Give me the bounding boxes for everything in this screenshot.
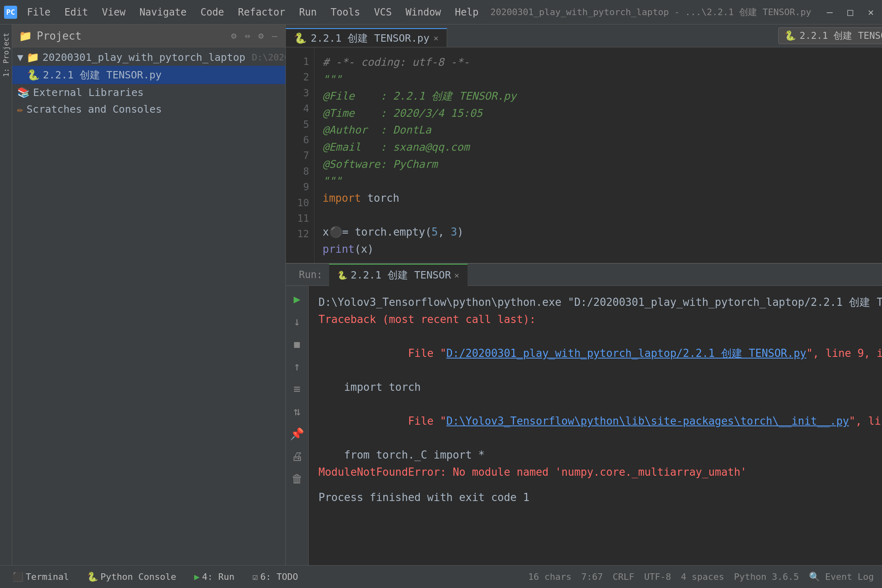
project-title: Project — [37, 30, 225, 42]
project-tab-label[interactable]: 1: Project — [0, 29, 12, 81]
menu-refactor[interactable]: Refactor — [232, 5, 292, 20]
run-file1-post: ", line 9, in <module> — [806, 347, 882, 359]
root-folder-path: D:\20200301... — [252, 52, 285, 62]
menu-vcs[interactable]: VCS — [368, 5, 398, 20]
editor-tab-active[interactable]: 🐍 2.2.1 创建 TENSOR.py ✕ — [286, 28, 447, 47]
run-status-button[interactable]: ▶ 4: Run — [190, 570, 238, 584]
maximize-button[interactable]: □ — [843, 5, 857, 20]
run-pin-button[interactable]: 📌 — [287, 425, 307, 443]
toolbar-right: 🐍 2.2.1 创建 TENSOR ▾ ▶ 🐛 🔧 ⏮ 🔍 — [772, 24, 882, 47]
run-tab-bar: Run: 🐍 2.2.1 创建 TENSOR ✕ ⚙ ― — [286, 264, 882, 286]
tab-close-button[interactable]: ✕ — [434, 33, 439, 43]
run-file1-pre: File " — [395, 347, 446, 359]
menu-navigate[interactable]: Navigate — [133, 5, 193, 20]
code-line-8: """ — [323, 173, 882, 190]
search-icon: 🔍 — [809, 572, 820, 582]
event-log-button[interactable]: 🔍 Event Log — [809, 572, 874, 582]
menu-edit[interactable]: Edit — [58, 5, 95, 20]
terminal-label: Terminal — [26, 572, 69, 582]
run-scroll-down-button[interactable]: ↓ — [291, 312, 303, 331]
window-controls: — □ ✕ — [823, 5, 878, 20]
run-panel: Run: 🐍 2.2.1 创建 TENSOR ✕ ⚙ ― ▶ ↓ ◼ ↑ ≡ ⇅… — [286, 263, 882, 565]
code-line-2: """ — [323, 71, 882, 88]
run-content-area: ▶ ↓ ◼ ↑ ≡ ⇅ 📌 🖨 🗑 D:\Yolov3_Tensorflow\p… — [286, 286, 882, 565]
status-bar: ⬛ Terminal 🐍 Python Console ▶ 4: Run ☑ 6… — [0, 565, 882, 588]
run-cmd-line: D:\Yolov3_Tensorflow\python\python.exe "… — [318, 294, 882, 311]
run-config-dropdown[interactable]: 🐍 2.2.1 创建 TENSOR ▾ — [778, 27, 882, 44]
project-header: 📁 Project ⚙ ⇔ ⚙ ― — [12, 24, 285, 47]
project-root-item[interactable]: ▼ 📁 20200301_play_with_pytorch_laptop D:… — [12, 49, 285, 66]
project-expand-icon[interactable]: ⇔ — [243, 29, 252, 42]
event-log-label: Event Log — [825, 572, 874, 582]
python-version: Python 3.6.5 — [734, 572, 799, 582]
app-icon: PC — [4, 6, 17, 19]
close-button[interactable]: ✕ — [864, 5, 878, 20]
project-settings-icon[interactable]: ⚙ — [257, 29, 265, 42]
scratch-icon: ✏ — [17, 103, 23, 115]
run-error-line: ModuleNotFoundError: No module named 'nu… — [318, 464, 882, 481]
run-scroll-up-button[interactable]: ↑ — [291, 357, 303, 376]
run-label: Run: — [292, 269, 329, 281]
run-trash-button[interactable]: 🗑 — [289, 470, 305, 488]
cursor-position[interactable]: 7:67 — [581, 572, 603, 582]
active-file-item[interactable]: 🐍 2.2.1 创建 TENSOR.py — [12, 66, 285, 84]
run-file2-post: ", line 79, in <module> — [849, 415, 882, 427]
code-line-9: import torch — [323, 190, 882, 207]
external-libraries-item[interactable]: 📚 External Libraries — [12, 84, 285, 101]
run-status-icon: ▶ — [194, 572, 199, 582]
run-tab-icon: 🐍 — [337, 270, 347, 280]
run-exit-line: Process finished with exit code 1 — [318, 489, 882, 506]
terminal-button[interactable]: ⬛ Terminal — [8, 570, 73, 584]
run-output: D:\Yolov3_Tensorflow\python\python.exe "… — [309, 286, 882, 565]
minimize-button[interactable]: — — [823, 5, 837, 20]
run-soft-wrap-button[interactable]: ≡ — [291, 380, 303, 398]
editor-area: 🐍 2.2.1 创建 TENSOR.py ✕ 🐍 2.2.1 创建 TENSOR… — [286, 24, 882, 565]
run-print-button[interactable]: 🖨 — [289, 447, 305, 466]
code-line-10 — [323, 207, 882, 224]
menu-run[interactable]: Run — [292, 5, 323, 20]
menu-tools[interactable]: Tools — [324, 5, 367, 20]
run-tab-active[interactable]: 🐍 2.2.1 创建 TENSOR ✕ — [329, 264, 468, 286]
run-sort-button[interactable]: ⇅ — [291, 402, 303, 421]
code-line-1: # -*- coding: utf-8 -*- — [323, 54, 882, 71]
code-line-11: x⚫= torch.empty(5, 3) — [323, 224, 882, 241]
run-tab-label: 2.2.1 创建 TENSOR — [351, 268, 451, 282]
run-stop-button[interactable]: ◼ — [291, 335, 303, 353]
code-content[interactable]: # -*- coding: utf-8 -*- """ @File : 2.2.… — [314, 47, 882, 263]
run-file1-link[interactable]: D:/20200301_play_with_pytorch_laptop/2.2… — [446, 347, 806, 359]
menu-view[interactable]: View — [96, 5, 132, 20]
code-line-5: @Author : DontLa — [323, 122, 882, 139]
root-folder-label: 20200301_play_with_pytorch_laptop — [42, 51, 245, 63]
code-line-3: @File : 2.2.1 创建 TENSOR.py — [323, 88, 882, 105]
title-bar: PC File Edit View Navigate Code Refactor… — [0, 0, 882, 24]
code-line-12: print(x) — [323, 241, 882, 258]
menu-code[interactable]: Code — [194, 5, 231, 20]
code-editor[interactable]: 12345 678910 1112 # -*- coding: utf-8 -*… — [286, 47, 882, 263]
run-file2-link[interactable]: D:\Yolov3_Tensorflow\python\lib\site-pac… — [446, 415, 849, 427]
project-sync-icon[interactable]: ⚙ — [229, 29, 238, 42]
tab-py-icon: 🐍 — [294, 32, 307, 44]
run-config-label: 2.2.1 创建 TENSOR — [800, 29, 882, 42]
menu-window[interactable]: Window — [399, 5, 448, 20]
active-file-label: 2.2.1 创建 TENSOR.py — [43, 68, 162, 82]
run-tab-close-button[interactable]: ✕ — [454, 270, 459, 280]
python-console-button[interactable]: 🐍 Python Console — [83, 570, 180, 584]
run-left-tools: ▶ ↓ ◼ ↑ ≡ ⇅ 📌 🖨 🗑 — [286, 286, 309, 565]
code-line-6: @Email : sxana@qq.com — [323, 139, 882, 156]
menu-file[interactable]: File — [20, 5, 57, 20]
scratches-item[interactable]: ✏ Scratches and Consoles — [12, 101, 285, 118]
todo-label: 6: TODO — [260, 572, 298, 582]
todo-button[interactable]: ☑ 6: TODO — [248, 570, 302, 584]
run-play-button[interactable]: ▶ — [291, 290, 303, 308]
project-close-icon[interactable]: ― — [270, 29, 279, 42]
line-ending[interactable]: CRLF — [612, 572, 634, 582]
encoding[interactable]: UTF-8 — [644, 572, 671, 582]
menu-help[interactable]: Help — [448, 5, 485, 20]
run-config-icon: 🐍 — [784, 30, 796, 41]
main-layout: 1: Project 📁 Project ⚙ ⇔ ⚙ ― ▼ 📁 2020030… — [0, 24, 882, 565]
tab-label: 2.2.1 创建 TENSOR.py — [311, 31, 430, 45]
python-console-label: Python Console — [100, 572, 176, 582]
indent-setting[interactable]: 4 spaces — [681, 572, 724, 582]
menu-bar: File Edit View Navigate Code Refactor Ru… — [20, 5, 485, 20]
run-traceback-header: Traceback (most recent call last): — [318, 311, 882, 328]
